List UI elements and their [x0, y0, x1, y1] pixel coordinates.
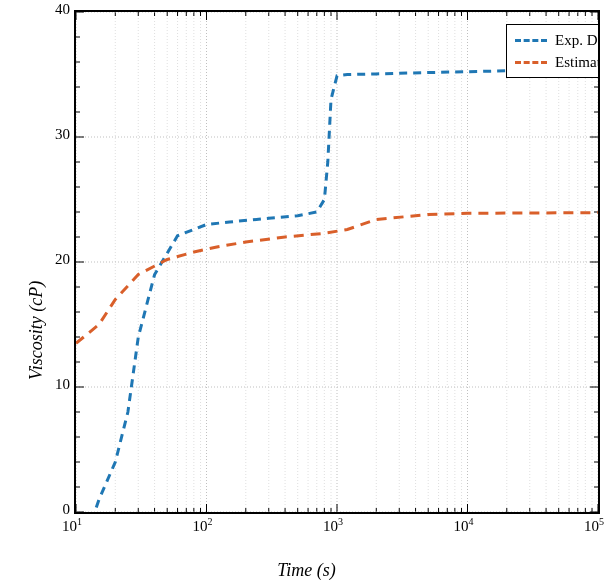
- legend-swatch-exp-data: [515, 39, 547, 42]
- x-tick-label: 103: [323, 516, 343, 535]
- x-tick-label: 105: [584, 516, 604, 535]
- y-axis-label: Viscosity (cP): [26, 130, 608, 380]
- legend-label-exp-data: Exp. Data: [555, 32, 600, 49]
- x-axis-label: Time (s): [0, 560, 613, 581]
- legend-swatch-estimated: [515, 61, 547, 64]
- legend-box: Exp. Data Estimated: [506, 24, 600, 78]
- legend-item-exp-data: Exp. Data: [515, 29, 600, 51]
- y-tick-label: 0: [40, 501, 70, 518]
- y-tick-label: 40: [40, 1, 70, 18]
- x-tick-label: 104: [454, 516, 474, 535]
- x-tick-label: 102: [193, 516, 213, 535]
- x-tick-label: 101: [62, 516, 82, 535]
- legend-item-estimated: Estimated: [515, 51, 600, 73]
- legend-label-estimated: Estimated: [555, 54, 600, 71]
